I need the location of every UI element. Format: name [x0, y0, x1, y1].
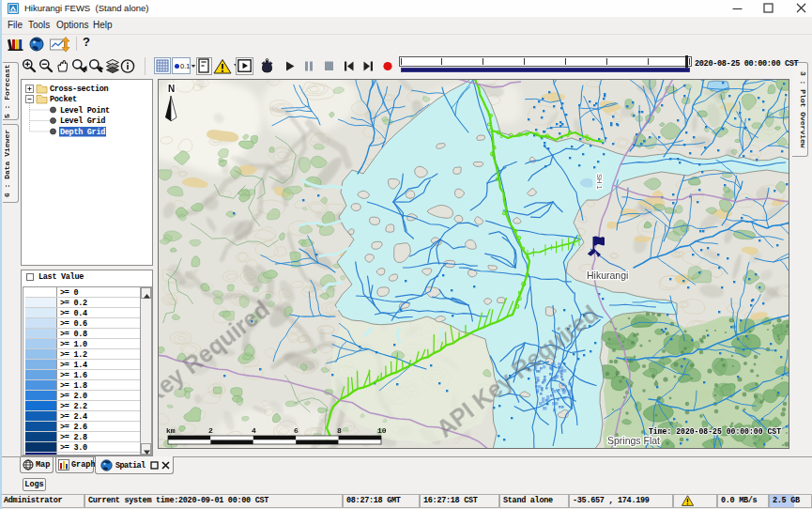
svg-text:km: km: [166, 426, 176, 435]
svg-text:4: 4: [252, 426, 256, 435]
svg-text:Time: 2020-08-25 00:00:00 CST: Time: 2020-08-25 00:00:00 CST: [649, 426, 781, 437]
svg-text:10: 10: [377, 426, 387, 435]
svg-text:Hikurangi: Hikurangi: [587, 270, 628, 281]
svg-text:6: 6: [294, 426, 299, 435]
svg-text:N: N: [168, 84, 175, 94]
svg-text:8: 8: [337, 426, 342, 435]
svg-text:SH 1: SH 1: [595, 174, 604, 190]
svg-text:2: 2: [208, 426, 213, 435]
